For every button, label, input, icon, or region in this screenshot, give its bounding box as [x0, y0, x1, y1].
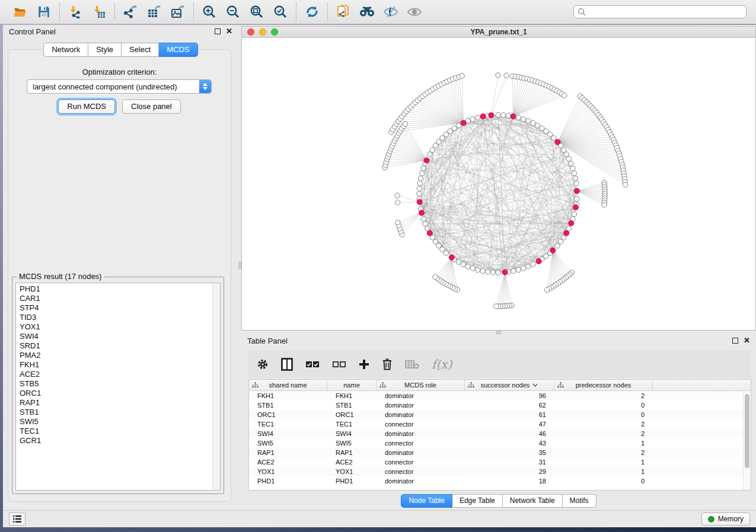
- table-row[interactable]: RAP1RAP1dominator352: [249, 448, 743, 457]
- cell-MCDS-role: dominator: [377, 449, 465, 456]
- mcds-result-item[interactable]: TID3: [16, 313, 212, 322]
- zoom-fit-icon[interactable]: [249, 4, 264, 20]
- float-panel-icon[interactable]: [215, 28, 221, 34]
- column-header-successor-nodes[interactable]: successor nodes: [465, 380, 554, 390]
- mcds-result-item[interactable]: PMA2: [16, 351, 212, 360]
- mcds-result-item[interactable]: STP4: [16, 303, 212, 313]
- mcds-result-item[interactable]: STB1: [16, 408, 212, 417]
- table-row[interactable]: PHD1PHD1dominator180: [249, 476, 743, 486]
- column-header-predecessor-nodes[interactable]: predecessor nodes: [554, 380, 653, 390]
- float-table-panel-icon[interactable]: [732, 338, 738, 344]
- mcds-result-item[interactable]: STB5: [16, 379, 212, 389]
- mcds-result-item[interactable]: ACE2: [16, 370, 212, 379]
- cell-successor-nodes: 47: [465, 421, 554, 428]
- cell-shared-name: FKH1: [249, 392, 327, 399]
- zoom-selected-icon[interactable]: [273, 4, 288, 20]
- function-builder-icon[interactable]: f(x): [432, 357, 452, 371]
- tab-network-table[interactable]: Network Table: [503, 494, 563, 508]
- hide-detail-icon[interactable]: [383, 4, 398, 20]
- table-row[interactable]: TEC1TEC1connector472: [249, 419, 743, 429]
- control-panel-tabs: NetworkStyleSelectMCDS: [3, 43, 238, 57]
- cell-successor-nodes: 18: [465, 477, 554, 485]
- clone-network-icon[interactable]: [336, 4, 351, 20]
- cell-predecessor-nodes: 2: [554, 430, 653, 437]
- column-header-shared-name[interactable]: shared name: [249, 380, 327, 390]
- zoom-out-icon[interactable]: [225, 4, 241, 20]
- mcds-result-item[interactable]: FKH1: [16, 360, 212, 370]
- mcds-result-group: MCDS result (17 nodes) PHD1CAR1STP4TID3Y…: [12, 277, 224, 494]
- table-row[interactable]: ACE2ACE2connector311: [249, 457, 743, 467]
- table-row[interactable]: STB1STB1dominator620: [249, 400, 743, 410]
- show-column-icon[interactable]: [281, 358, 293, 371]
- optimization-criterion-select[interactable]: largest connected component (undirected): [27, 79, 212, 94]
- memory-status-icon: [708, 516, 714, 523]
- select-all-icon[interactable]: [305, 360, 320, 368]
- run-mcds-button[interactable]: Run MCDS: [58, 100, 115, 114]
- mcds-result-item[interactable]: SWI5: [16, 417, 212, 427]
- open-session-icon[interactable]: [12, 4, 28, 20]
- mcds-result-item[interactable]: RAP1: [16, 398, 212, 408]
- scrollbar-thumb[interactable]: [745, 394, 749, 468]
- mcds-result-item[interactable]: SWI4: [16, 332, 212, 341]
- cell-successor-nodes: 96: [465, 392, 554, 399]
- search-box[interactable]: [573, 5, 747, 18]
- network-window-titlebar[interactable]: YPA_prune.txt_1: [242, 27, 755, 38]
- cell-predecessor-nodes: 1: [554, 459, 653, 466]
- table-vertical-scrollbar[interactable]: [743, 391, 751, 490]
- close-panel-icon[interactable]: ✕: [226, 28, 232, 34]
- table-row[interactable]: ORC1ORC1dominator610: [249, 410, 743, 419]
- show-graphics-icon[interactable]: [407, 4, 422, 20]
- cell-shared-name: SWI5: [249, 440, 327, 447]
- network-canvas[interactable]: [242, 39, 755, 330]
- mcds-result-item[interactable]: YOX1: [16, 322, 212, 332]
- import-table-icon[interactable]: [91, 4, 107, 20]
- mcds-list-scrollbar[interactable]: [212, 283, 220, 490]
- zoom-in-icon[interactable]: [202, 4, 217, 20]
- task-history-button[interactable]: [9, 512, 25, 525]
- memory-button[interactable]: Memory: [701, 512, 750, 525]
- deselect-all-icon[interactable]: [332, 360, 346, 368]
- import-network-icon[interactable]: [68, 4, 83, 20]
- mcds-result-item[interactable]: ORC1: [16, 389, 212, 398]
- tab-mcds[interactable]: MCDS: [159, 43, 197, 57]
- export-table-icon[interactable]: [146, 4, 162, 20]
- tab-motifs[interactable]: Motifs: [563, 494, 596, 508]
- cell-predecessor-nodes: 2: [554, 421, 653, 428]
- mcds-result-item[interactable]: CAR1: [16, 294, 212, 303]
- cell-shared-name: PHD1: [249, 477, 327, 485]
- table-row[interactable]: FKH1FKH1dominator962: [249, 391, 743, 400]
- tab-node-table[interactable]: Node Table: [401, 494, 452, 508]
- mcds-result-list[interactable]: PHD1CAR1STP4TID3YOX1SWI4SRD1PMA2FKH1ACE2…: [15, 283, 221, 491]
- column-header-filler: [653, 380, 751, 390]
- cell-name: FKH1: [327, 392, 377, 399]
- find-icon[interactable]: [359, 4, 375, 20]
- table-settings-gear-icon[interactable]: [257, 358, 269, 370]
- mcds-result-item[interactable]: PHD1: [16, 284, 212, 294]
- create-column-icon[interactable]: [359, 359, 369, 370]
- cell-MCDS-role: connector: [377, 468, 465, 475]
- search-input[interactable]: [589, 8, 742, 16]
- table-row[interactable]: SWI5SWI5connector431: [249, 438, 743, 448]
- table-row[interactable]: SWI4SWI4dominator462: [249, 429, 743, 438]
- network-graph[interactable]: [242, 39, 755, 330]
- cell-shared-name: YOX1: [249, 468, 327, 475]
- refresh-view-icon[interactable]: [304, 4, 320, 20]
- table-row[interactable]: YOX1YOX1connector291: [249, 467, 743, 476]
- table-panel-tabs: Node TableEdge TableNetwork TableMotifs: [241, 494, 756, 508]
- column-header-MCDS-role[interactable]: MCDS role: [377, 380, 465, 390]
- save-session-icon[interactable]: [36, 4, 52, 20]
- export-network-icon[interactable]: [123, 4, 138, 20]
- tab-network[interactable]: Network: [43, 43, 88, 57]
- tab-select[interactable]: Select: [122, 43, 159, 57]
- tab-style[interactable]: Style: [88, 43, 122, 57]
- tab-edge-table[interactable]: Edge Table: [452, 494, 503, 508]
- mcds-result-item[interactable]: TEC1: [16, 427, 212, 436]
- delete-column-icon[interactable]: [382, 358, 393, 370]
- mcds-result-item[interactable]: SRD1: [16, 341, 212, 351]
- close-panel-button[interactable]: Close panel: [122, 100, 181, 114]
- column-header-name[interactable]: name: [327, 380, 377, 390]
- delete-table-icon[interactable]: [405, 360, 419, 369]
- mcds-result-item[interactable]: GCR1: [16, 436, 212, 446]
- export-image-icon[interactable]: [170, 4, 186, 20]
- close-table-panel-icon[interactable]: ✕: [744, 338, 750, 344]
